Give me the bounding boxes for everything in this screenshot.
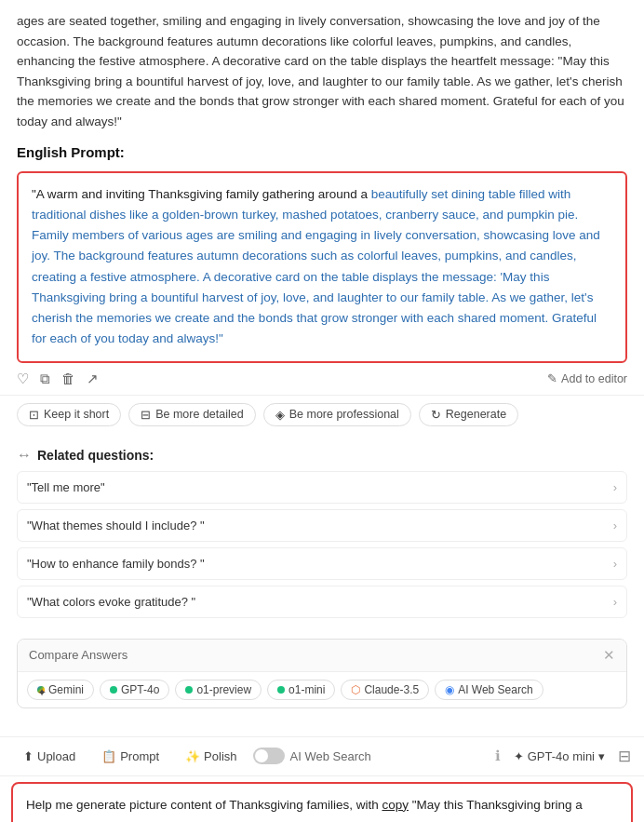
compare-tabs: ✦ Gemini GPT-4o o1-preview o1-mini ⬡ Cla… [18, 672, 626, 707]
prompt-button[interactable]: 📋 Prompt [91, 745, 169, 768]
polish-button[interactable]: ✨ Polish [175, 745, 247, 768]
compare-header: Compare Answers ✕ [18, 640, 626, 672]
like-icon[interactable]: ♡ [17, 371, 29, 387]
related-section: ↔ Related questions: "Tell me more" › "W… [0, 438, 644, 629]
gemini-dot: ✦ [37, 686, 45, 694]
be-more-detailed-button[interactable]: ⊟ Be more detailed [128, 403, 256, 426]
be-more-professional-icon: ◈ [275, 408, 285, 422]
top-section: ages are seated together, smiling and en… [0, 0, 644, 363]
websearch-icon: ◉ [445, 683, 454, 696]
polish-icon: ✨ [185, 749, 200, 763]
model-label: ✦ GPT-4o mini [514, 749, 595, 763]
gpt4o-dot [110, 686, 117, 694]
english-prompt-label: English Prompt: [17, 141, 627, 164]
web-search-label: AI Web Search [290, 749, 371, 763]
compare-section: Compare Answers ✕ ✦ Gemini GPT-4o o1-pre… [17, 639, 627, 708]
add-to-editor-btn[interactable]: ✎ Add to editor [547, 371, 627, 385]
chevron-down-icon: ▾ [598, 749, 605, 763]
compare-close-icon[interactable]: ✕ [603, 647, 615, 664]
arrow-icon-3: › [613, 557, 617, 571]
model-selector[interactable]: ✦ GPT-4o mini ▾ [506, 747, 612, 766]
web-search-toggle[interactable] [253, 748, 285, 764]
compare-title: Compare Answers [29, 648, 127, 662]
textarea-section[interactable]: Help me generate picture content of Than… [11, 782, 633, 822]
compare-tab-gemini[interactable]: ✦ Gemini [27, 680, 94, 700]
refine-buttons-group: ⊡ Keep it short ⊟ Be more detailed ◈ Be … [0, 396, 644, 438]
arrow-icon-2: › [613, 519, 617, 532]
upload-button[interactable]: ⬆ Upload [13, 745, 86, 768]
arrow-icon-4: › [613, 595, 617, 609]
be-more-detailed-icon: ⊟ [141, 408, 151, 422]
textarea-copy-word: copy [382, 798, 409, 812]
delete-icon[interactable]: 🗑 [61, 371, 75, 386]
prompt-box: "A warm and inviting Thanksgiving family… [17, 171, 627, 363]
textarea-content-part1: Help me generate picture content of Than… [26, 798, 382, 812]
prompt-icon: 📋 [101, 749, 116, 763]
related-question-1[interactable]: "Tell me more" › [17, 471, 627, 504]
related-question-2[interactable]: "What themes should I include? " › [17, 509, 627, 542]
keep-short-button[interactable]: ⊡ Keep it short [17, 403, 121, 426]
o1preview-dot [185, 686, 193, 694]
upload-icon: ⬆ [23, 749, 34, 763]
settings-icon[interactable]: ⊟ [618, 747, 631, 766]
bottom-toolbar: ⬆ Upload 📋 Prompt ✨ Polish AI Web Search… [0, 736, 644, 776]
compare-tab-websearch[interactable]: ◉ AI Web Search [435, 680, 543, 700]
compare-tab-o1preview[interactable]: o1-preview [175, 680, 262, 700]
copy-icon[interactable]: ⧉ [40, 371, 50, 387]
share-icon[interactable]: ↗ [87, 371, 99, 387]
related-icon: ↔ [17, 447, 32, 464]
web-search-toggle-area: AI Web Search [253, 748, 371, 764]
be-more-professional-label: Be more professional [289, 408, 399, 421]
regenerate-icon: ↻ [431, 408, 441, 422]
keep-short-icon: ⊡ [29, 408, 39, 422]
claude-icon: ⬡ [351, 683, 360, 696]
related-title: ↔ Related questions: [17, 447, 627, 464]
o1mini-dot [277, 686, 285, 694]
regenerate-button[interactable]: ↻ Regenerate [419, 403, 518, 426]
related-question-4[interactable]: "What colors evoke gratitude? " › [17, 586, 627, 618]
edit-pencil-icon: ✎ [547, 371, 557, 385]
be-more-professional-button[interactable]: ◈ Be more professional [263, 403, 411, 426]
arrow-icon-1: › [613, 480, 617, 494]
regenerate-label: Regenerate [446, 408, 506, 421]
prompt-text-plain: "A warm and inviting Thanksgiving family… [32, 187, 371, 201]
compare-tab-claude[interactable]: ⬡ Claude-3.5 [341, 680, 429, 700]
prompt-text-highlight: beautifully set dining table filled with… [32, 187, 600, 346]
be-more-detailed-label: Be more detailed [155, 408, 244, 421]
action-icons-group: ♡ ⧉ 🗑 ↗ [17, 371, 99, 387]
info-icon[interactable]: ℹ [495, 748, 501, 764]
keep-short-label: Keep it short [44, 408, 109, 421]
compare-tab-gpt4o[interactable]: GPT-4o [100, 680, 169, 700]
compare-tab-o1mini[interactable]: o1-mini [267, 680, 335, 700]
action-bar: ♡ ⧉ 🗑 ↗ ✎ Add to editor [0, 363, 644, 396]
related-question-3[interactable]: "How to enhance family bonds? " › [17, 547, 627, 580]
intro-text: ages are seated together, smiling and en… [17, 11, 627, 132]
